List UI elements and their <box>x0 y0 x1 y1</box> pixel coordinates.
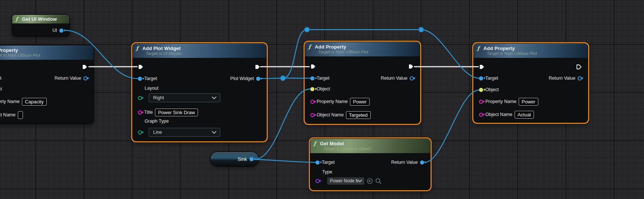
pin-label: Object Name <box>485 112 512 117</box>
property-name-input-pin[interactable] <box>310 100 314 104</box>
pin-row-type: Power Node Mc <box>316 176 382 185</box>
pin-label: Return Value <box>381 76 407 81</box>
pin-label: Property Name <box>317 99 348 104</box>
exec-out-pin[interactable] <box>82 64 87 70</box>
object-input-pin[interactable] <box>310 87 314 91</box>
pin-label: Title <box>144 110 153 115</box>
pin-row-target: Target <box>138 75 157 82</box>
pin-row-object: Object <box>0 85 2 93</box>
node-header[interactable]: ƒ Add Plot Widget Target is UI Master <box>133 44 266 58</box>
use-selected-asset-icon[interactable] <box>367 178 373 184</box>
node-header[interactable]: ƒ Get Model Target is Universe Object <box>310 139 430 153</box>
property-name-input[interactable]: Power <box>519 98 538 106</box>
function-icon: ƒ <box>308 44 312 49</box>
pin-label: Return Value <box>55 76 81 81</box>
graph-type-label: Graph Type <box>145 119 169 124</box>
node-header[interactable]: ƒ Add Property Target is Nom UIBase Plot <box>474 44 588 58</box>
exec-out-row <box>408 63 414 70</box>
reroute-node[interactable] <box>280 76 285 81</box>
node-add-property-actual[interactable]: ƒ Add Property Target is Nom UIBase Plot… <box>474 44 588 122</box>
node-subtitle: Target is Nom UIBase Plot <box>308 50 416 54</box>
return-value-output-pin[interactable] <box>410 76 414 80</box>
node-get-model[interactable]: ƒ Get Model Target is Universe Object Ta… <box>310 139 430 190</box>
pin-row-plot-widget: Plot Widget <box>230 75 260 82</box>
object-name-input[interactable]: Targeted <box>346 111 371 119</box>
graph-type-dropdown[interactable]: Line <box>149 128 220 137</box>
property-name-input[interactable]: Power <box>350 98 370 106</box>
sink-output-pin[interactable] <box>250 157 254 161</box>
node-add-plot-widget[interactable]: ƒ Add Plot Widget Target is UI Master Ta… <box>133 44 266 141</box>
pin-row-target: Target <box>316 159 335 166</box>
target-input-pin[interactable] <box>316 160 320 165</box>
function-icon: ƒ <box>16 17 19 21</box>
pin-label: Target <box>0 76 1 81</box>
object-name-input[interactable]: Actual <box>515 111 534 119</box>
exec-in-pin[interactable] <box>310 64 316 69</box>
node-header[interactable]: ƒ Add Property Target is Nom UIBase Plot <box>305 42 420 57</box>
node-subtitle: Target is Nom UIBase Plot <box>477 51 584 56</box>
function-icon: ƒ <box>314 141 317 146</box>
reroute-node[interactable] <box>304 27 310 32</box>
exec-out-row <box>576 63 582 70</box>
exec-out-pin[interactable] <box>255 64 260 70</box>
return-value-output-pin[interactable] <box>83 76 87 80</box>
function-icon: ƒ <box>136 46 140 51</box>
type-input-pin[interactable] <box>316 179 320 183</box>
pin-row-return-value: Return Value <box>55 74 87 82</box>
pin-row-return-value: Return Value <box>391 159 424 166</box>
pin-label: Target <box>144 76 157 81</box>
pin-row-ui: UI <box>53 27 64 34</box>
title-input-pin[interactable] <box>138 110 142 115</box>
object-name-input-pin[interactable] <box>310 113 314 117</box>
pin-label: Object Name <box>0 112 16 117</box>
target-input-pin[interactable] <box>310 76 314 80</box>
object-name-input[interactable] <box>18 111 23 119</box>
layout-label: Layout <box>145 86 159 91</box>
node-subtitle: Target is Nom UIBase Plot <box>0 53 90 57</box>
node-variable-sink[interactable]: Sink <box>211 152 258 166</box>
target-input-pin[interactable] <box>479 76 483 80</box>
node-add-property-capacity[interactable]: ƒ Add Property Target is Nom UIBase Plot… <box>0 46 93 123</box>
pin-row-title: Title Power Sink Draw <box>138 109 198 116</box>
node-title: Add Property <box>315 44 346 50</box>
exec-in-row <box>138 63 143 70</box>
node-subtitle: Target is Universe Object <box>314 146 427 151</box>
pin-row-layout: Right <box>138 93 220 103</box>
exec-out-row <box>255 63 260 70</box>
browse-search-icon[interactable] <box>375 178 382 184</box>
pin-row-object: Object <box>310 85 330 93</box>
ui-output-pin[interactable] <box>59 29 63 33</box>
node-get-ui-window[interactable]: ƒ Get UI Window UI <box>12 15 69 36</box>
exec-in-row <box>310 63 316 70</box>
pin-row-target: Target <box>479 74 498 82</box>
layout-input-pin[interactable] <box>138 96 142 100</box>
exec-in-pin[interactable] <box>479 64 485 70</box>
exec-out-pin[interactable] <box>408 64 414 69</box>
plot-widget-output-pin[interactable] <box>256 77 260 81</box>
exec-in-row <box>479 63 485 70</box>
property-name-input-pin[interactable] <box>479 100 483 104</box>
pin-label: UI <box>53 28 57 33</box>
graph-type-input-pin[interactable] <box>138 130 142 135</box>
layout-dropdown[interactable]: Right <box>149 93 220 102</box>
title-input[interactable]: Power Sink Draw <box>155 109 198 116</box>
node-header[interactable]: ƒ Add Property Target is Nom UIBase Plot <box>0 46 93 60</box>
variable-label: Sink <box>238 156 247 162</box>
reroute-node[interactable] <box>419 27 424 32</box>
type-value: Power Node Mc <box>330 178 358 183</box>
node-header[interactable]: ƒ Get UI Window <box>12 15 69 24</box>
pin-label: Target <box>485 76 498 81</box>
type-dropdown[interactable]: Power Node Mc <box>327 177 364 185</box>
property-name-input[interactable]: Capacity <box>22 98 47 106</box>
pin-row-object-name: Object Name <box>0 111 23 119</box>
object-name-input-pin[interactable] <box>479 113 483 117</box>
return-value-output-pin[interactable] <box>578 76 582 80</box>
target-input-pin[interactable] <box>138 77 142 81</box>
exec-in-pin[interactable] <box>138 64 143 70</box>
exec-out-pin[interactable] <box>576 64 582 70</box>
return-value-output-pin[interactable] <box>420 160 424 165</box>
pin-row-property-name: Property Name Power <box>479 98 538 105</box>
object-input-pin[interactable] <box>479 88 483 92</box>
node-add-property-targeted[interactable]: ƒ Add Property Target is Nom UIBase Plot… <box>305 42 420 123</box>
pin-row-object: Object <box>479 86 499 93</box>
